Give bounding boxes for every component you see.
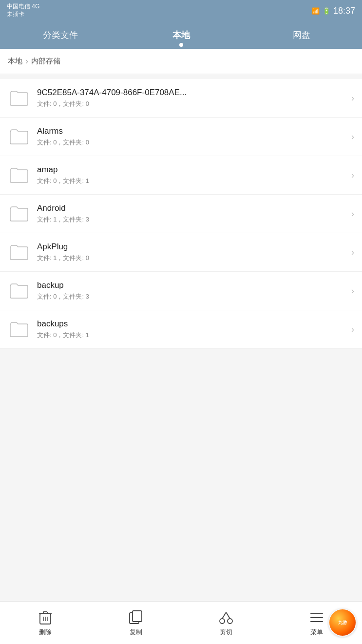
file-list: 9C52E85A-374A-4709-866F-0E708AE... 文件: 0… [0, 79, 362, 349]
breadcrumb-item-internal[interactable]: 内部存储 [31, 57, 60, 66]
copy-button[interactable]: 复制 [91, 609, 181, 637]
chevron-right-icon: › [351, 247, 354, 258]
status-bar: 中国电信 4G 未插卡 📶 🔋 18:37 [0, 0, 362, 21]
menu-label: 菜单 [310, 628, 323, 637]
folder-icon [8, 164, 30, 186]
battery-icon: 🔋 [323, 7, 330, 15]
file-name: Alarms [37, 126, 347, 136]
delete-button[interactable]: 删除 [0, 609, 91, 637]
file-info: 9C52E85A-374A-4709-866F-0E708AE... 文件: 0… [37, 88, 347, 108]
list-item[interactable]: Alarms 文件: 0，文件夹: 0 › [0, 118, 362, 156]
file-info: backups 文件: 0，文件夹: 1 [37, 319, 347, 340]
file-name: ApkPlug [37, 242, 347, 252]
file-meta: 文件: 0，文件夹: 0 [37, 138, 347, 147]
file-info: backup 文件: 0，文件夹: 3 [37, 281, 347, 301]
cut-label: 剪切 [220, 628, 232, 637]
svg-line-12 [222, 612, 226, 619]
file-info: Alarms 文件: 0，文件夹: 0 [37, 126, 347, 147]
jiuyou-logo: 九游 [323, 601, 362, 644]
copy-icon [129, 609, 143, 626]
list-item[interactable]: Android 文件: 1，文件夹: 3 › [0, 195, 362, 233]
folder-icon [8, 125, 30, 148]
file-meta: 文件: 0，文件夹: 0 [37, 100, 347, 108]
folder-icon [8, 87, 30, 109]
jiuyou-circle: 九游 [328, 608, 357, 637]
folder-icon [8, 241, 30, 263]
list-item[interactable]: 9C52E85A-374A-4709-866F-0E708AE... 文件: 0… [0, 79, 362, 118]
header-tabs: 分类文件 本地 网盘 [0, 21, 362, 49]
file-meta: 文件: 1，文件夹: 0 [37, 254, 347, 262]
trash-icon [39, 609, 52, 626]
status-carrier: 中国电信 4G 未插卡 [7, 3, 39, 18]
list-item[interactable]: ApkPlug 文件: 1，文件夹: 0 › [0, 233, 362, 272]
folder-icon [8, 202, 30, 225]
file-meta: 文件: 0，文件夹: 1 [37, 177, 347, 185]
file-meta: 文件: 1，文件夹: 3 [37, 215, 347, 224]
svg-point-10 [220, 619, 225, 624]
chevron-right-icon: › [351, 170, 354, 181]
tab-cloud[interactable]: 网盘 [241, 21, 362, 49]
file-name: backup [37, 281, 347, 290]
list-item[interactable]: backups 文件: 0，文件夹: 1 › [0, 310, 362, 349]
chevron-right-icon: › [351, 132, 354, 142]
list-item[interactable]: amap 文件: 0，文件夹: 1 › [0, 156, 362, 195]
svg-point-11 [228, 619, 232, 624]
menu-icon [310, 609, 324, 626]
tab-indicator [179, 43, 183, 47]
file-info: ApkPlug 文件: 1，文件夹: 0 [37, 242, 347, 262]
file-name: amap [37, 165, 347, 175]
file-name: backups [37, 319, 347, 329]
tab-classify[interactable]: 分类文件 [0, 21, 121, 49]
chevron-right-icon: › [351, 93, 354, 103]
folder-icon [8, 318, 30, 341]
status-right: 📶 🔋 18:37 [312, 6, 355, 16]
file-info: amap 文件: 0，文件夹: 1 [37, 165, 347, 185]
delete-label: 删除 [39, 628, 52, 637]
signal-icon: 📶 [312, 7, 320, 15]
breadcrumb-item-local[interactable]: 本地 [8, 57, 22, 66]
chevron-right-icon: › [351, 209, 354, 219]
svg-line-13 [226, 612, 230, 619]
svg-rect-9 [133, 611, 142, 622]
breadcrumb-separator: › [25, 56, 28, 66]
copy-label: 复制 [130, 628, 142, 637]
cut-button[interactable]: 剪切 [181, 609, 272, 637]
breadcrumb: 本地 › 内部存储 [0, 49, 362, 74]
file-name: 9C52E85A-374A-4709-866F-0E708AE... [37, 88, 347, 98]
bottom-toolbar: 删除 复制 剪切 菜单 [0, 601, 362, 644]
file-info: Android 文件: 1，文件夹: 3 [37, 203, 347, 224]
status-time: 18:37 [333, 6, 355, 16]
folder-icon [8, 280, 30, 302]
file-name: Android [37, 203, 347, 213]
file-meta: 文件: 0，文件夹: 1 [37, 331, 347, 340]
chevron-right-icon: › [351, 324, 354, 335]
file-meta: 文件: 0，文件夹: 3 [37, 292, 347, 301]
scissors-icon [219, 609, 233, 626]
list-item[interactable]: backup 文件: 0，文件夹: 3 › [0, 272, 362, 310]
chevron-right-icon: › [351, 286, 354, 296]
